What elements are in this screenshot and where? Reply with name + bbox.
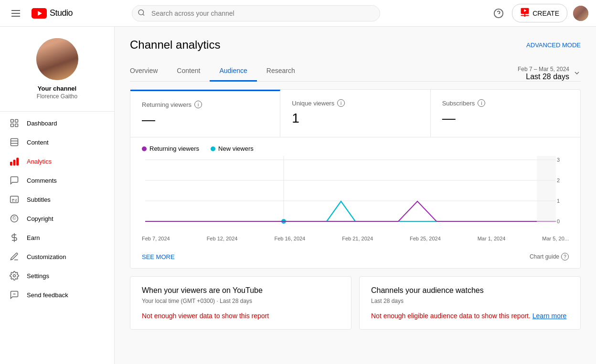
svg-text:1: 1 [557, 198, 560, 204]
user-avatar[interactable] [573, 6, 588, 21]
topbar-right: CREATE [491, 4, 588, 22]
date-dropdown-icon[interactable] [573, 69, 581, 78]
svg-line-3 [143, 14, 144, 15]
sidebar-label-analytics: Analytics [27, 158, 52, 165]
tabs: OverviewContentAudienceResearch [130, 61, 518, 81]
svg-rect-14 [11, 139, 18, 146]
x-label-5: Feb 25, 2024 [410, 236, 441, 241]
svg-rect-11 [15, 120, 18, 123]
sidebar-item-analytics[interactable]: Analytics [0, 152, 114, 171]
date-range-info: Feb 7 – Mar 5, 2024 Last 28 days [518, 66, 569, 81]
x-label-1: Feb 7, 2024 [142, 236, 170, 241]
sidebar-item-dashboard[interactable]: Dashboard [0, 114, 114, 133]
logo[interactable]: Studio [32, 8, 73, 19]
svg-point-2 [138, 10, 144, 15]
tab-research[interactable]: Research [257, 61, 305, 82]
page-header: Channel analytics ADVANCED MODE [130, 38, 581, 52]
sidebar-item-subtitles[interactable]: Subtitles [0, 190, 114, 209]
sidebar-label-settings: Settings [27, 272, 49, 280]
sidebar-label-dashboard: Dashboard [27, 120, 57, 127]
chart-footer: SEE MORE Chart guide ? [130, 249, 580, 268]
comments-icon [10, 176, 19, 185]
date-range[interactable]: Feb 7 – Mar 5, 2024 Last 28 days [518, 66, 581, 81]
analytics-icon [10, 156, 19, 166]
sidebar-divider [0, 111, 114, 112]
svg-rect-12 [11, 124, 14, 127]
sidebar-item-content[interactable]: Content [0, 133, 114, 152]
topbar: Studio CREATE [0, 0, 596, 27]
metric-unique-viewers[interactable]: Unique viewers i 1 [280, 90, 430, 137]
sidebar-item-customization[interactable]: Customization [0, 247, 114, 266]
tab-overview[interactable]: Overview [130, 61, 167, 82]
app-container: Studio CREATE [0, 0, 596, 364]
sidebar-channel-name: Your channel [38, 85, 76, 92]
legend-dot [142, 146, 147, 151]
chart-svg: 3 2 1 0 [142, 156, 569, 232]
metric-value-subscribers: — [442, 111, 569, 126]
sidebar-item-copyright[interactable]: © Copyright [0, 209, 114, 228]
svg-rect-40 [537, 156, 556, 223]
help-button[interactable] [491, 6, 506, 21]
sidebar-label-copyright: Copyright [27, 215, 53, 222]
metrics-card: Returning viewers i — Unique viewers i 1… [130, 89, 581, 269]
sidebar-item-settings[interactable]: Settings [0, 266, 114, 285]
x-label-6: Mar 1, 2024 [478, 236, 506, 241]
metric-info-icon-returning-viewers[interactable]: i [194, 101, 202, 108]
metric-info-icon-unique-viewers[interactable]: i [337, 99, 345, 107]
sidebar-channel-avatar[interactable] [36, 38, 78, 80]
chart-container: 3 2 1 0 [130, 156, 580, 249]
sidebar-channel-username: Florence Gaitho [37, 93, 77, 100]
legend-label: Returning viewers [149, 145, 199, 152]
tab-content[interactable]: Content [167, 61, 210, 82]
sidebar-label-content: Content [27, 139, 49, 146]
search-input[interactable] [132, 5, 380, 21]
see-more-button[interactable]: SEE MORE [142, 253, 175, 260]
learn-more-link[interactable]: Learn more [532, 312, 567, 320]
metric-value-unique-viewers: 1 [292, 111, 418, 126]
metric-subscribers[interactable]: Subscribers i — [431, 90, 580, 137]
sidebar-item-send-feedback[interactable]: Send feedback [0, 285, 114, 304]
bottom-card-channels-audience: Channels your audience watches Last 28 d… [359, 276, 581, 330]
dashboard-icon [10, 118, 19, 128]
sidebar-label-send-feedback: Send feedback [27, 291, 68, 299]
metric-returning-viewers[interactable]: Returning viewers i — [130, 90, 280, 137]
bottom-card-sub-when-viewers: Your local time (GMT +0300) · Last 28 da… [142, 298, 340, 304]
sidebar-nav: Dashboard Content Analytics Comments Sub… [0, 114, 114, 304]
earn-icon [10, 233, 19, 242]
svg-rect-17 [11, 162, 12, 166]
customization-icon [10, 252, 19, 261]
svg-text:0: 0 [557, 218, 560, 224]
page-title: Channel analytics [130, 38, 220, 52]
send-feedback-icon [10, 290, 19, 300]
content-area: Channel analytics ADVANCED MODE Overview… [115, 27, 596, 364]
subtitles-icon [10, 195, 19, 204]
sidebar-label-subtitles: Subtitles [27, 196, 51, 203]
svg-point-28 [13, 275, 16, 277]
x-label-4: Feb 21, 2024 [342, 236, 373, 241]
sidebar-item-comments[interactable]: Comments [0, 171, 114, 190]
hamburger-menu[interactable] [8, 6, 24, 21]
svg-text:©: © [12, 216, 16, 221]
bottom-card-title-when-viewers: When your viewers are on YouTube [142, 286, 340, 295]
create-button[interactable]: CREATE [512, 4, 567, 22]
svg-text:3: 3 [557, 157, 560, 163]
sidebar: Your channel Florence Gaitho Dashboard C… [0, 27, 115, 364]
legend-item-returning-viewers: Returning viewers [142, 145, 199, 152]
metric-label-unique-viewers: Unique viewers i [292, 99, 418, 107]
advanced-mode-button[interactable]: ADVANCED MODE [526, 42, 581, 49]
sidebar-label-comments: Comments [27, 177, 57, 184]
sidebar-item-earn[interactable]: Earn [0, 228, 114, 247]
chart-guide-info-icon[interactable]: ? [561, 253, 569, 260]
legend-item-new-viewers: New viewers [211, 145, 254, 152]
not-enough-text-channels-audience: Not enough eligible audience data to sho… [371, 312, 569, 320]
metric-info-icon-subscribers[interactable]: i [478, 99, 485, 107]
metric-value-returning-viewers: — [142, 112, 268, 127]
x-label-3: Feb 16, 2024 [274, 236, 305, 241]
search-bar [132, 5, 380, 21]
bottom-cards: When your viewers are on YouTube Your lo… [130, 276, 581, 330]
main-area: Your channel Florence Gaitho Dashboard C… [0, 27, 596, 364]
sidebar-label-customization: Customization [27, 253, 66, 260]
tab-audience[interactable]: Audience [210, 61, 256, 82]
chart-guide-button[interactable]: Chart guide ? [530, 253, 569, 260]
metric-label-subscribers: Subscribers i [442, 99, 569, 107]
